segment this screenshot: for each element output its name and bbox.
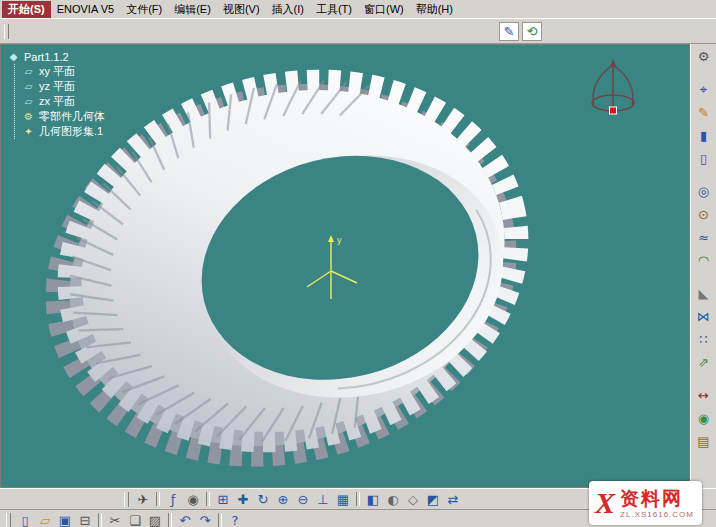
- tree-item-xy-plane[interactable]: ▱xy 平面: [22, 64, 105, 79]
- hole-icon[interactable]: ⊙: [694, 205, 714, 224]
- menu-start[interactable]: 开始(S): [2, 1, 51, 18]
- pattern-icon[interactable]: ∷: [694, 330, 714, 349]
- toolbar-drag-handle[interactable]: [4, 24, 9, 39]
- watermark: X 资料网 ZL.XS1616.COM: [589, 481, 702, 525]
- plane-icon: ▱: [22, 66, 35, 78]
- menu-enovia[interactable]: ENOVIA V5: [51, 2, 120, 16]
- part-icon: ◆: [7, 51, 20, 63]
- swap-visible-space-icon[interactable]: ⇄: [443, 490, 463, 509]
- toolbar-separator: [98, 513, 102, 527]
- open-icon[interactable]: ▱: [35, 511, 55, 527]
- tree-item-label: zx 平面: [39, 94, 75, 109]
- translate-icon[interactable]: ⇗: [694, 353, 714, 372]
- wireframe-icon[interactable]: ◇: [403, 490, 423, 509]
- watermark-subtitle: ZL.XS1616.COM: [620, 510, 694, 519]
- menubar: 开始(S)ENOVIA V5文件(F)编辑(E)视图(V)插入(I)工具(T)窗…: [0, 0, 716, 19]
- watermark-logo: X: [595, 486, 615, 520]
- fillet-icon[interactable]: ◠: [694, 251, 714, 270]
- axis-system[interactable]: y: [295, 223, 367, 313]
- tree-item-part-body[interactable]: ⚙零部件几何体: [22, 109, 105, 124]
- plane-icon: ▱: [22, 96, 35, 108]
- cut-icon[interactable]: ✂: [105, 511, 125, 527]
- menu-view[interactable]: 视图(V): [217, 1, 266, 18]
- save-icon[interactable]: ▣: [55, 511, 75, 527]
- fly-mode-icon[interactable]: ✈: [133, 490, 153, 509]
- right-toolbar: ⚙⌖✎▮▯◎⊙≈◠◣⋈∷⇗↔◉▤: [690, 44, 716, 488]
- help-icon[interactable]: ?: [225, 511, 245, 527]
- standard-toolbar-icons: ▯▱▣⊟✂❏▨↶↷?: [15, 511, 245, 527]
- formula-icon[interactable]: ƒ: [163, 490, 183, 509]
- compass-anchor[interactable]: [610, 107, 617, 114]
- multi-view-icon[interactable]: ▦: [333, 490, 353, 509]
- toolbar-separator: [156, 492, 160, 506]
- pocket-icon[interactable]: ▯: [694, 149, 714, 168]
- tree-item-yz-plane[interactable]: ▱yz 平面: [22, 79, 105, 94]
- undo-icon[interactable]: ↶: [175, 511, 195, 527]
- axis-system-icon[interactable]: ⌖: [694, 80, 714, 99]
- menu-window[interactable]: 窗口(W): [358, 1, 410, 18]
- tree-item-label: yz 平面: [39, 79, 75, 94]
- part-body-icon: ⚙: [22, 111, 35, 123]
- menu-edit[interactable]: 编辑(E): [168, 1, 217, 18]
- geometry-set-icon: ✦: [22, 126, 35, 138]
- tree-root-label: Part1.1.2: [24, 51, 69, 63]
- apply-material-icon[interactable]: ◉: [694, 409, 714, 428]
- chamfer-icon[interactable]: ◣: [694, 284, 714, 303]
- catia-window: 开始(S)ENOVIA V5文件(F)编辑(E)视图(V)插入(I)工具(T)窗…: [0, 0, 716, 527]
- zoom-out-icon[interactable]: ⊖: [293, 490, 313, 509]
- zoom-in-icon[interactable]: ⊕: [273, 490, 293, 509]
- tree-children: ▱xy 平面▱yz 平面▱zx 平面⚙零部件几何体✦几何图形集.1: [14, 64, 105, 139]
- update-icon[interactable]: ⟲: [522, 22, 542, 41]
- menu-insert[interactable]: 插入(I): [266, 1, 310, 18]
- catalog-icon[interactable]: ▤: [694, 432, 714, 451]
- toolbar-separator: [206, 492, 210, 506]
- new-document-icon[interactable]: ▯: [15, 511, 35, 527]
- hide-show-icon[interactable]: ◩: [423, 490, 443, 509]
- rib-icon[interactable]: ≈: [694, 228, 714, 247]
- sketch-edit-icon[interactable]: ✎: [499, 22, 519, 41]
- axis-label: y: [337, 235, 342, 245]
- paste-icon[interactable]: ▨: [145, 511, 165, 527]
- tree-item-label: xy 平面: [39, 64, 75, 79]
- tree-item-label: 几何图形集.1: [39, 124, 103, 139]
- toolbar-drag-handle[interactable]: [124, 492, 129, 507]
- watermark-title: 资料网: [620, 488, 694, 510]
- view-toolbar-icons: ✈ƒ◉⊞✚↻⊕⊖⊥▦◧◐◇◩⇄: [133, 490, 463, 509]
- tree-root-part[interactable]: ◆ Part1.1.2: [7, 49, 105, 64]
- 3d-viewport[interactable]: y ◆ Part1.1.2 ▱xy 平面▱yz 平面▱zx 平面⚙零部件几何体✦…: [0, 44, 690, 488]
- shading-icon[interactable]: ◐: [383, 490, 403, 509]
- plane-icon: ▱: [22, 81, 35, 93]
- specification-tree: ◆ Part1.1.2 ▱xy 平面▱yz 平面▱zx 平面⚙零部件几何体✦几何…: [7, 49, 105, 139]
- copy-icon[interactable]: ❏: [125, 511, 145, 527]
- menu-help[interactable]: 帮助(H): [410, 1, 459, 18]
- camera-icon[interactable]: ◉: [183, 490, 203, 509]
- compass[interactable]: [583, 57, 643, 131]
- redo-icon[interactable]: ↷: [195, 511, 215, 527]
- main-area: y ◆ Part1.1.2 ▱xy 平面▱yz 平面▱zx 平面⚙零部件几何体✦…: [0, 44, 716, 488]
- pan-icon[interactable]: ✚: [233, 490, 253, 509]
- subtoolbar: ✎⟲: [0, 19, 716, 44]
- settings-gear-icon[interactable]: ⚙: [694, 47, 714, 66]
- menu-file[interactable]: 文件(F): [120, 1, 168, 18]
- measure-icon[interactable]: ↔: [694, 386, 714, 405]
- pad-icon[interactable]: ▮: [694, 126, 714, 145]
- rotate-icon[interactable]: ↻: [253, 490, 273, 509]
- mirror-icon[interactable]: ⋈: [694, 307, 714, 326]
- fit-all-icon[interactable]: ⊞: [213, 490, 233, 509]
- toolbar-drag-handle[interactable]: [6, 513, 11, 527]
- toolbar-separator: [168, 513, 172, 527]
- menu-tools[interactable]: 工具(T): [310, 1, 358, 18]
- isometric-view-icon[interactable]: ◧: [363, 490, 383, 509]
- subtoolbar-icons: ✎⟲: [499, 22, 542, 41]
- toolbar-separator: [218, 513, 222, 527]
- tree-item-geometry-set[interactable]: ✦几何图形集.1: [22, 124, 105, 139]
- axis-arrow: [328, 235, 334, 242]
- tree-item-label: 零部件几何体: [39, 109, 105, 124]
- tree-item-zx-plane[interactable]: ▱zx 平面: [22, 94, 105, 109]
- shaft-icon[interactable]: ◎: [694, 182, 714, 201]
- normal-view-icon[interactable]: ⊥: [313, 490, 333, 509]
- sketcher-icon[interactable]: ✎: [694, 103, 714, 122]
- print-icon[interactable]: ⊟: [75, 511, 95, 527]
- toolbar-separator: [356, 492, 360, 506]
